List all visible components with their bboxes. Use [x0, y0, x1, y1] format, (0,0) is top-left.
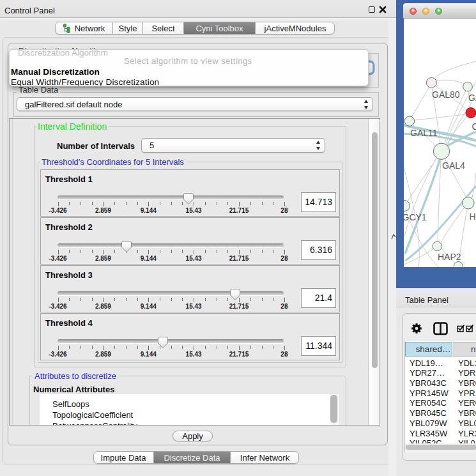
svg-text:GA: GA [468, 93, 476, 103]
svg-text:HAP2: HAP2 [438, 252, 461, 262]
svg-text:GAL80: GAL80 [432, 89, 460, 100]
svg-text:C: C [472, 121, 476, 132]
svg-text:GAL4: GAL4 [442, 160, 465, 171]
svg-text:H: H [470, 211, 476, 222]
svg-text:GAL11: GAL11 [410, 128, 438, 138]
svg-text:GCY1: GCY1 [404, 212, 427, 222]
